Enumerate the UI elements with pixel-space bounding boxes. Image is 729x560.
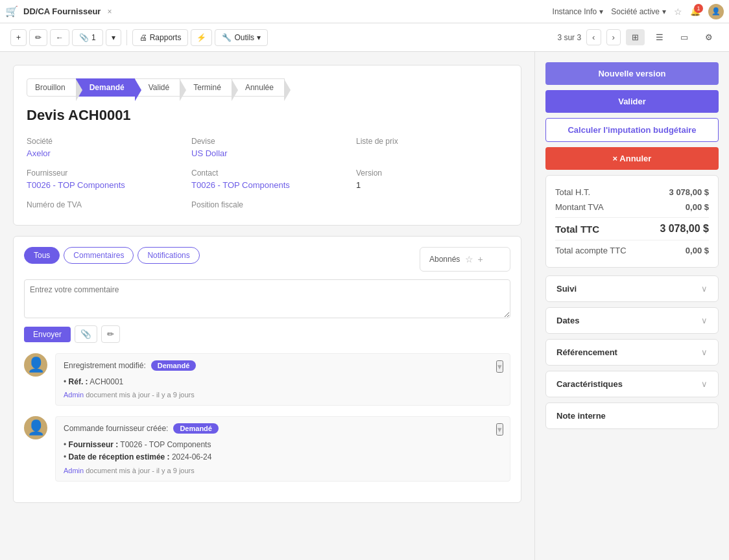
societe-label: Société	[27, 137, 178, 146]
status-step-annulee[interactable]: Annulée	[232, 78, 285, 97]
total-acompte-value: 0,00 $	[686, 246, 709, 255]
activity-expand-button-1[interactable]: ▾	[496, 360, 503, 373]
outils-button[interactable]: 🔧 Outils ▾	[215, 29, 268, 46]
next-record-button[interactable]: ›	[606, 29, 621, 45]
collapse-suivi[interactable]: Suivi ∨	[545, 275, 719, 302]
status-step-termine[interactable]: Terminé	[180, 78, 232, 97]
activity-action-1: document mis à jour - il y a 9 jours	[86, 391, 195, 399]
top-bar: 🛒 DD/CA Fournisseur × Instance Info ▾ So…	[0, 0, 729, 23]
avatar-icon: 👤	[711, 7, 721, 16]
settings-button[interactable]: ⚙	[699, 29, 719, 45]
annuler-button[interactable]: × Annuler	[545, 147, 719, 170]
contact-value[interactable]: T0026 - TOP Components	[191, 180, 343, 190]
activity-avatar-1: 👤	[24, 353, 47, 377]
send-button[interactable]: Envoyer	[24, 327, 71, 342]
activity-item-1: 👤 Enregistrement modifié: Demandé ▾ • Ré…	[24, 353, 510, 406]
outils-chevron: ▾	[257, 33, 261, 42]
field-societe: Société Axelor	[27, 137, 178, 158]
rapports-button[interactable]: 🖨 Rapports	[132, 29, 189, 46]
contact-label: Contact	[191, 169, 343, 178]
tab-tous[interactable]: Tous	[24, 247, 60, 264]
activity-status-badge-2: Demandé	[173, 423, 219, 434]
activity-user-link-1[interactable]: Admin	[64, 391, 84, 399]
comment-edit-button[interactable]: ✏	[101, 325, 120, 343]
app-icon: 🛒	[5, 5, 18, 18]
collapse-referencement[interactable]: Référencement ∨	[545, 339, 719, 366]
abonnes-star-button[interactable]: ☆	[465, 254, 473, 264]
activity-title-2: Commande fournisseur créée:	[64, 424, 168, 433]
calculer-button[interactable]: Calculer l'imputation budgétaire	[545, 118, 719, 142]
attach-dropdown[interactable]: ▾	[106, 29, 121, 46]
numero-tva-label: Numéro de TVA	[27, 200, 178, 209]
status-brouillon-label: Brouillon	[35, 83, 66, 92]
fournisseur-value[interactable]: T0026 - TOP Components	[27, 180, 178, 190]
field-devise: Devise US Dollar	[191, 137, 343, 158]
version-label: Version	[356, 169, 508, 178]
outils-label: Outils	[234, 33, 254, 42]
list-view-button[interactable]: ☰	[650, 29, 669, 45]
activity-avatar-2: 👤	[24, 416, 47, 439]
back-button[interactable]: ←	[50, 29, 69, 46]
field-fournisseur: Fournisseur T0026 - TOP Components	[27, 169, 178, 190]
comment-attach-button[interactable]: 📎	[75, 325, 97, 343]
status-termine-label: Terminé	[193, 83, 221, 92]
instance-info-chevron: ▾	[599, 7, 603, 16]
grid-view-button[interactable]: ⊞	[626, 29, 645, 45]
position-fiscale-label: Position fiscale	[191, 200, 343, 209]
caracteristiques-label: Caractéristiques	[556, 379, 623, 389]
notification-bell[interactable]: 🔔 1	[690, 6, 700, 16]
status-step-demande[interactable]: Demandé	[76, 78, 136, 97]
user-avatar[interactable]: 👤	[708, 4, 724, 19]
status-step-brouillon[interactable]: Brouillon	[27, 78, 77, 97]
top-bar-right: Instance Info ▾ Société active ▾ ☆ 🔔 1 👤	[553, 4, 724, 19]
field-contact: Contact T0026 - TOP Components	[191, 169, 343, 190]
attach-button[interactable]: 📎 1	[72, 29, 103, 46]
abonnes-label: Abonnés	[429, 255, 460, 264]
total-ht-value: 3 078,00 $	[669, 187, 709, 197]
valider-button[interactable]: Valider	[545, 90, 719, 113]
top-bar-left: 🛒 DD/CA Fournisseur ×	[5, 5, 550, 18]
societe-active-button[interactable]: Société active ▾	[611, 7, 666, 16]
edit-button[interactable]: ✏	[29, 29, 47, 46]
tab-commentaires[interactable]: Commentaires	[64, 247, 134, 264]
field-numero-tva: Numéro de TVA	[27, 200, 178, 212]
societe-value[interactable]: Axelor	[27, 148, 178, 158]
abonnes-add-button[interactable]: +	[477, 254, 483, 264]
favorite-star-icon[interactable]: ☆	[674, 6, 682, 17]
comment-textarea[interactable]	[24, 279, 510, 318]
activity-header-1: Enregistrement modifié: Demandé ▾	[64, 360, 502, 371]
notification-count-badge: 1	[694, 4, 703, 13]
close-tab-button[interactable]: ×	[107, 7, 112, 16]
config-button[interactable]: ⚡	[191, 29, 212, 46]
app-title: DD/CA Fournisseur	[23, 6, 101, 16]
comment-paperclip-icon: 📎	[80, 329, 91, 339]
activity-user-link-2[interactable]: Admin	[64, 467, 84, 474]
instance-info-button[interactable]: Instance Info ▾	[553, 7, 604, 16]
attach-count: 1	[91, 33, 96, 42]
activity-detail-1: • Réf. : ACH0001	[64, 376, 502, 388]
toolbar: + ✏ ← 📎 1 ▾ 🖨 Rapports ⚡ 🔧 Outils ▾ 3 su…	[0, 23, 729, 52]
suivi-label: Suivi	[556, 284, 577, 294]
field-position-fiscale: Position fiscale	[191, 200, 343, 212]
activity-expand-button-2[interactable]: ▾	[496, 423, 503, 436]
prev-record-button[interactable]: ‹	[586, 29, 601, 45]
paperclip-icon: 📎	[79, 33, 89, 42]
add-button[interactable]: +	[10, 29, 27, 46]
collapse-caracteristiques[interactable]: Caractéristiques ∨	[545, 371, 719, 397]
devise-value[interactable]: US Dollar	[191, 148, 343, 158]
chatter-card: Tous Commentaires Notifications Abonnés …	[13, 236, 521, 503]
wrench-icon: 🔧	[222, 33, 232, 42]
dates-chevron-icon: ∨	[701, 316, 708, 325]
status-step-valide[interactable]: Validé	[135, 78, 180, 97]
form-view-button[interactable]: ▭	[675, 29, 694, 45]
tab-notifications[interactable]: Notifications	[137, 247, 199, 264]
total-ttc-value: 3 078,00 $	[660, 223, 709, 235]
total-ttc-row: Total TTC 3 078,00 $	[555, 217, 709, 237]
fournisseur-label: Fournisseur	[27, 169, 178, 178]
status-annulee-label: Annulée	[245, 83, 274, 92]
nouvelle-version-button[interactable]: Nouvelle version	[545, 62, 719, 85]
collapse-note-interne[interactable]: Note interne	[545, 402, 719, 429]
total-ttc-label: Total TTC	[555, 224, 599, 235]
version-value: 1	[356, 180, 508, 190]
collapse-dates[interactable]: Dates ∨	[545, 307, 719, 334]
